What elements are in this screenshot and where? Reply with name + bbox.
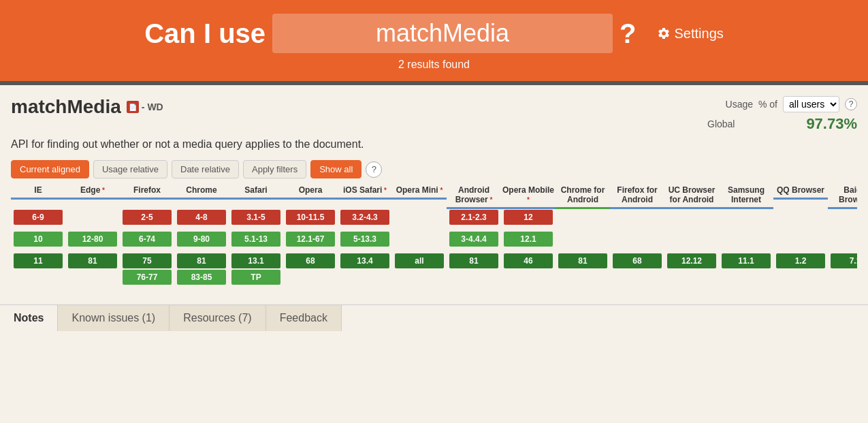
- current-aligned-button[interactable]: Current aligned: [11, 160, 89, 178]
- browser-header-baidu-browser: Baidu Browser: [828, 185, 857, 209]
- version-cell: 81: [556, 253, 610, 269]
- browser-underline: [120, 198, 174, 200]
- bottom-tab-notes[interactable]: Notes: [0, 305, 58, 331]
- browser-header-uc-browser-for-android: UC Browser for Android: [664, 185, 719, 209]
- version-box[interactable]: 11.1: [722, 253, 771, 268]
- version-box[interactable]: 83-85: [177, 270, 226, 285]
- version-box[interactable]: 10-11.5: [286, 210, 335, 225]
- version-box[interactable]: 81: [449, 253, 498, 268]
- show-all-button[interactable]: Show all: [310, 160, 361, 178]
- version-cell: 5-13.3: [338, 231, 392, 253]
- version-box[interactable]: 81: [558, 253, 607, 268]
- version-cell: [828, 231, 857, 253]
- browser-name: Safari: [244, 185, 267, 195]
- browser-name: Opera Mini *: [396, 185, 443, 195]
- version-box[interactable]: 6-74: [123, 232, 172, 247]
- browser-underline: [719, 207, 773, 209]
- version-box[interactable]: 13.1: [231, 253, 280, 268]
- version-box[interactable]: 46: [504, 253, 553, 268]
- bottom-tab-resources-7[interactable]: Resources (7): [170, 305, 266, 331]
- browser-underline: [447, 207, 501, 209]
- version-box[interactable]: 81: [177, 253, 226, 268]
- bottom-tab-known-issues-1[interactable]: Known issues (1): [58, 305, 170, 331]
- version-box[interactable]: 5.1-13: [231, 232, 280, 247]
- browser-header-edge: Edge *: [65, 185, 120, 209]
- version-box[interactable]: 7.1: [831, 253, 857, 268]
- browser-underline: [65, 198, 120, 200]
- version-box[interactable]: 81: [68, 253, 117, 268]
- version-cell: 81: [447, 253, 501, 269]
- usage-relative-button[interactable]: Usage relative: [93, 160, 167, 178]
- version-cell: [664, 209, 719, 231]
- browser-name: Edge *: [80, 185, 105, 195]
- version-box[interactable]: 3.2-4.3: [340, 210, 389, 225]
- browser-underline: [11, 198, 65, 200]
- version-box[interactable]: 10: [14, 232, 63, 247]
- browser-name: Chrome: [186, 185, 216, 195]
- version-box[interactable]: 3-4.4.4: [449, 232, 498, 247]
- version-box[interactable]: 2.1-2.3: [449, 210, 498, 225]
- version-cell: 11.1: [719, 253, 773, 269]
- version-cell: [719, 269, 773, 291]
- version-cell: [719, 231, 773, 253]
- version-cell: 7.1: [828, 253, 857, 269]
- version-box[interactable]: 68: [286, 253, 335, 268]
- version-box[interactable]: 3.1-5: [231, 210, 280, 225]
- global-percent: 97.73%: [806, 115, 857, 133]
- version-box[interactable]: 12-80: [68, 232, 117, 247]
- feature-title-row: matchMedia 📄 - WD Usage % of all users ?…: [11, 96, 857, 133]
- bottom-tab-feedback[interactable]: Feedback: [266, 305, 342, 331]
- version-cell: [338, 269, 392, 291]
- version-box[interactable]: 68: [613, 253, 662, 268]
- version-box[interactable]: 13.4: [340, 253, 389, 268]
- browser-underline: [283, 198, 338, 200]
- version-box[interactable]: 75: [123, 253, 172, 268]
- version-box[interactable]: 2-5: [123, 210, 172, 225]
- version-cell: 13.4: [338, 253, 392, 269]
- version-cell: 1.2: [773, 253, 828, 269]
- version-box[interactable]: 4-8: [177, 210, 226, 225]
- version-box[interactable]: 12.12: [667, 253, 716, 268]
- usage-help-button[interactable]: ?: [845, 98, 857, 110]
- version-box[interactable]: 11: [14, 253, 63, 268]
- feature-title: matchMedia 📄 - WD: [11, 96, 163, 118]
- version-box[interactable]: all: [395, 253, 444, 268]
- version-cell: [828, 209, 857, 231]
- version-box[interactable]: 9-80: [177, 232, 226, 247]
- version-box[interactable]: 5-13.3: [340, 232, 389, 247]
- version-box[interactable]: 12.1: [504, 232, 553, 247]
- version-box[interactable]: 12: [504, 210, 553, 225]
- version-cell: 6-74: [120, 231, 174, 253]
- browser-underline: [392, 198, 447, 200]
- global-label: Global: [707, 119, 735, 129]
- filter-bar: Current aligned Usage relative Date rela…: [11, 160, 857, 178]
- version-cell: 5.1-13: [229, 231, 283, 253]
- version-box[interactable]: 12.1-67: [286, 232, 335, 247]
- version-cell: 75: [120, 253, 174, 269]
- version-cell: [447, 269, 501, 291]
- browser-name: Firefox for Android: [617, 185, 657, 204]
- version-box[interactable]: 1.2: [776, 253, 825, 268]
- apply-filters-button[interactable]: Apply filters: [243, 160, 306, 178]
- users-select[interactable]: all users: [783, 96, 839, 112]
- version-box[interactable]: TP: [231, 270, 280, 285]
- version-cell: 12-80: [65, 231, 120, 253]
- version-cell: 13.1: [229, 253, 283, 269]
- browser-name: Opera: [299, 185, 323, 195]
- search-input[interactable]: [272, 14, 613, 53]
- filter-help-button[interactable]: ?: [366, 161, 382, 178]
- version-box[interactable]: 6-9: [14, 210, 63, 225]
- main-content: matchMedia 📄 - WD Usage % of all users ?…: [0, 85, 868, 291]
- settings-button[interactable]: Settings: [657, 26, 724, 42]
- browser-underline: [229, 198, 283, 200]
- version-cell: [610, 209, 664, 231]
- version-cell: 83-85: [174, 269, 229, 291]
- results-count: 2 results found: [0, 59, 868, 71]
- version-cell: 3.2-4.3: [338, 209, 392, 231]
- browser-name: Opera Mobile *: [502, 185, 554, 204]
- browser-underline: [501, 207, 556, 209]
- browser-underline: [174, 198, 229, 200]
- version-box[interactable]: 76-77: [123, 270, 172, 285]
- version-cell: 12.12: [664, 253, 719, 269]
- date-relative-button[interactable]: Date relative: [172, 160, 239, 178]
